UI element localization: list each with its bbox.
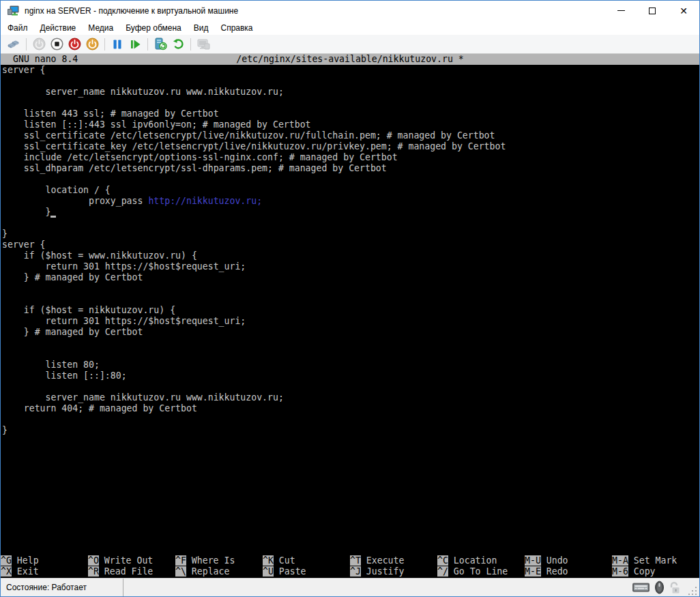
menu-item-1[interactable]: Действие (34, 22, 83, 34)
shutdown-power-icon (68, 38, 81, 50)
config-line (2, 174, 699, 185)
minimize-button[interactable] (605, 1, 637, 20)
config-line: } # managed by Certbot (2, 327, 699, 338)
shortcut-label: Where Is (186, 555, 235, 566)
vm-display[interactable]: GNU nano 8.4 /etc/nginx/sites-available/… (1, 54, 699, 578)
save-state-button[interactable] (84, 36, 100, 53)
config-line: listen [::]:443 ssl ipv6only=on; # manag… (2, 119, 699, 130)
nano-shortcut-exit[interactable]: ^X Exit (1, 566, 88, 577)
close-button[interactable]: ✕ (668, 1, 699, 20)
turn-off-button[interactable] (48, 36, 65, 53)
nano-shortcut-paste[interactable]: ^U Paste (263, 566, 350, 577)
menu-item-3[interactable]: Буфер обмена (119, 22, 188, 34)
title-bar: nginx на SERVER - подключение к виртуаль… (1, 1, 699, 20)
nano-shortcut-set-mark[interactable]: M-A Set Mark (612, 555, 699, 566)
shortcut-column: M-U UndoM-E Redo (525, 555, 612, 577)
nano-shortcut-where-is[interactable]: ^F Where Is (175, 555, 263, 566)
config-line: ssl_certificate_key /etc/letsencrypt/liv… (2, 141, 699, 152)
nano-shortcut-undo[interactable]: M-U Undo (525, 555, 612, 566)
config-line: } (2, 425, 699, 436)
shortcut-label: Undo (541, 555, 568, 566)
nano-shortcut-read-file[interactable]: ^R Read File (88, 566, 175, 577)
nano-shortcut-copy[interactable]: M-6 Copy (612, 566, 699, 577)
shortcut-key: ^K (263, 555, 274, 566)
nano-shortcut-replace[interactable]: ^\ Replace (175, 566, 263, 577)
start-button[interactable] (31, 36, 47, 53)
status-section: Состояние: Работает (1, 579, 123, 596)
shortcut-key: M-U (525, 555, 541, 566)
shortcut-label: Copy (628, 566, 656, 577)
shortcut-key: ^/ (437, 566, 448, 577)
shortcut-column: ^K Cut^U Paste (263, 555, 350, 577)
shortcut-label: Help (12, 555, 39, 566)
shortcut-key: ^T (350, 555, 361, 566)
config-line: return 301 https://$host$request_uri; (2, 261, 699, 272)
config-line (2, 338, 699, 349)
revert-button[interactable] (170, 36, 186, 53)
shortcut-column: ^C Location^/ Go To Line (437, 555, 525, 577)
shortcut-label: Exit (12, 566, 39, 577)
pause-button[interactable] (109, 36, 126, 53)
play-bar-icon (130, 39, 141, 50)
config-line: server { (2, 65, 699, 76)
shut-down-button[interactable] (66, 36, 83, 53)
nano-shortcut-location[interactable]: ^C Location (437, 555, 525, 566)
status-bar: Состояние: Работает (1, 578, 699, 596)
config-line (2, 283, 699, 294)
minimize-icon (617, 10, 625, 11)
shortcut-column: ^G Help^X Exit (1, 555, 88, 577)
config-line: listen 80; (2, 360, 699, 370)
config-line: server { (2, 239, 699, 250)
nano-shortcut-go-to-line[interactable]: ^/ Go To Line (437, 566, 525, 577)
shortcut-key: ^J (350, 566, 361, 577)
shortcut-key: M-6 (612, 566, 628, 577)
shortcut-label: Replace (186, 566, 230, 577)
shortcut-key: M-E (525, 566, 541, 577)
unlock-icon (669, 581, 680, 594)
nano-shortcut-cut[interactable]: ^K Cut (263, 555, 350, 566)
config-line (2, 349, 699, 360)
shortcut-key: ^R (88, 566, 99, 577)
nano-shortcut-redo[interactable]: M-E Redo (525, 566, 612, 577)
shortcut-label: Location (448, 555, 497, 566)
shortcut-label: Read File (99, 566, 153, 577)
stop-icon (50, 38, 63, 50)
menu-item-2[interactable]: Медиа (82, 22, 119, 34)
config-line: ssl_dhparam /etc/letsencrypt/ssl-dhparam… (2, 163, 699, 174)
maximize-button[interactable] (637, 1, 668, 20)
shortcut-key: ^X (1, 566, 12, 577)
url-text: http://nikkutuzov.ru; (148, 196, 262, 206)
nano-shortcut-write-out[interactable]: ^O Write Out (88, 555, 175, 566)
shortcut-label: Write Out (99, 555, 153, 566)
shortcut-key: ^\ (175, 566, 186, 577)
config-line: if ($host = nikkutuzov.ru) { (2, 305, 699, 316)
pause-icon (112, 39, 123, 50)
config-line (2, 76, 699, 87)
config-line: listen [::]:80; (2, 370, 699, 381)
nano-shortcuts: ^G Help^X Exit^O Write Out^R Read File^F… (1, 555, 699, 578)
nano-filename: /etc/nginx/sites-available/nikkutuzov.ru… (1, 54, 699, 65)
maximize-icon (649, 8, 656, 14)
power-icon-disabled (33, 38, 46, 50)
checkpoint-button[interactable] (152, 36, 169, 53)
config-line (2, 294, 699, 305)
shortcut-key: ^O (88, 555, 99, 566)
config-line (2, 381, 699, 392)
reset-button[interactable] (127, 36, 143, 53)
nano-shortcut-execute[interactable]: ^T Execute (350, 555, 437, 566)
shortcut-key: M-A (612, 555, 628, 566)
nano-shortcut-justify[interactable]: ^J Justify (350, 566, 437, 577)
shortcut-key: ^C (437, 555, 448, 566)
revert-arrow-icon (172, 38, 184, 50)
menu-item-5[interactable]: Справка (214, 22, 259, 34)
enhanced-session-button[interactable] (195, 36, 212, 53)
save-power-icon (86, 38, 99, 50)
menu-item-0[interactable]: Файл (1, 22, 34, 34)
config-line: } (2, 229, 699, 239)
ctrl-alt-del-button[interactable] (5, 36, 22, 53)
resize-grip[interactable] (687, 585, 698, 596)
nano-shortcut-help[interactable]: ^G Help (1, 555, 88, 566)
config-line: proxy_pass http://nikkutuzov.ru; (2, 196, 699, 207)
menu-item-4[interactable]: Вид (188, 22, 215, 34)
hyperv-vm-icon (7, 5, 19, 17)
